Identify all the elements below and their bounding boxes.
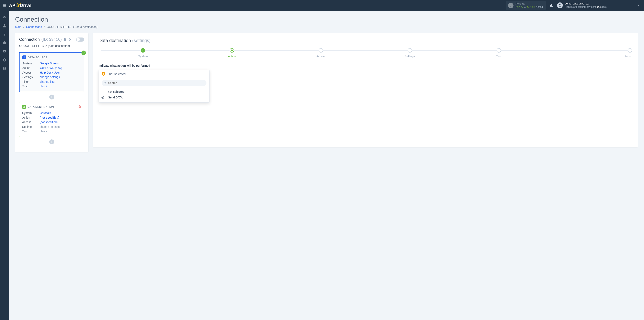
breadcrumb: Main / Connections / GOOGLE SHEETS -> (d… bbox=[15, 25, 638, 29]
sidebar-item-help[interactable] bbox=[0, 64, 9, 73]
option-send-data[interactable]: Send DATA bbox=[99, 95, 209, 100]
sidebar bbox=[0, 11, 9, 320]
user-circle-icon bbox=[3, 58, 6, 62]
breadcrumb-connections[interactable]: Connections bbox=[26, 25, 42, 29]
actions-of: of bbox=[524, 6, 526, 9]
stepper-track bbox=[101, 50, 630, 51]
step-label: Settings bbox=[405, 55, 415, 58]
sidebar-item-connections[interactable] bbox=[0, 22, 9, 30]
add-source-button[interactable]: + bbox=[49, 95, 54, 100]
k: Settings bbox=[22, 125, 40, 129]
step-circle-active bbox=[230, 48, 234, 53]
dest-row-access: Access(not specified) bbox=[22, 120, 81, 124]
source-title: 1 DATA SOURCE bbox=[22, 56, 81, 59]
step-circle bbox=[408, 48, 412, 53]
add-destination-button[interactable]: + bbox=[49, 139, 54, 144]
select-search-wrap bbox=[99, 78, 209, 88]
settings-title-sub: (settings) bbox=[132, 38, 150, 43]
check-badge bbox=[82, 51, 86, 55]
step-circle bbox=[496, 48, 501, 53]
k: Filter bbox=[22, 80, 40, 84]
k: Test bbox=[22, 129, 40, 134]
sidebar-item-home[interactable] bbox=[0, 13, 9, 22]
dest-system-link[interactable]: Corezoid bbox=[40, 111, 51, 115]
source-row-access: AccessHelp Desk User bbox=[22, 70, 81, 75]
info-icon: i bbox=[508, 3, 514, 8]
option-not-selected[interactable]: - not selected - bbox=[99, 89, 209, 95]
chevron-up-icon bbox=[204, 72, 206, 75]
action-form-label: Indicate what action will be performed bbox=[98, 64, 632, 67]
check-icon bbox=[142, 49, 144, 52]
source-system-link[interactable]: Google Sheets bbox=[40, 61, 59, 66]
dest-row-action: Action(not specified) bbox=[22, 115, 81, 120]
sidebar-item-video[interactable] bbox=[0, 47, 9, 56]
breadcrumb-sep: / bbox=[44, 25, 45, 29]
user-text: demo_apix-drive_s2 Plan |Start| left unt… bbox=[565, 2, 606, 9]
dollar-icon bbox=[3, 33, 6, 36]
breadcrumb-main[interactable]: Main bbox=[15, 25, 21, 29]
main: Connection Main / Connections / GOOGLE S… bbox=[9, 11, 644, 320]
logo-drive: Drive bbox=[20, 3, 32, 8]
question-icon bbox=[3, 67, 6, 70]
source-filter-link[interactable]: change filter bbox=[40, 80, 56, 84]
home-icon bbox=[3, 15, 6, 19]
step-circle bbox=[319, 48, 323, 53]
source-row-system: SystemGoogle Sheets bbox=[22, 61, 81, 66]
user-menu[interactable]: demo_apix-drive_s2 Plan |Start| left unt… bbox=[557, 2, 640, 9]
user-icon bbox=[558, 4, 562, 7]
enable-toggle[interactable] bbox=[76, 38, 84, 42]
source-row-settings: Settingschange settings bbox=[22, 75, 81, 79]
source-action-link[interactable]: Get ROWS (new) bbox=[40, 66, 62, 70]
breadcrumb-current: GOOGLE SHEETS -> (data destination) bbox=[47, 25, 98, 29]
sidebar-item-billing[interactable] bbox=[0, 30, 9, 39]
step-finish[interactable]: Finish bbox=[543, 48, 632, 58]
hamburger-icon bbox=[2, 4, 6, 8]
step-test[interactable]: Test bbox=[454, 48, 543, 58]
step-settings[interactable]: Settings bbox=[365, 48, 454, 58]
dest-title-text: DATA DESTINATION bbox=[28, 105, 54, 108]
k: Access bbox=[22, 120, 40, 124]
bell-icon[interactable] bbox=[549, 4, 554, 8]
dest-row-system: SystemCorezoid bbox=[22, 111, 81, 115]
gear-icon[interactable] bbox=[68, 38, 72, 41]
dest-access-link[interactable]: (not specified) bbox=[40, 120, 58, 124]
data-source-block[interactable]: 1 DATA SOURCE SystemGoogle Sheets Action… bbox=[19, 52, 84, 92]
actions-text: Actions: 25'177 of 50'000 (50%) bbox=[516, 2, 543, 9]
actions-label: Actions: bbox=[516, 2, 543, 6]
k: Settings bbox=[22, 75, 40, 79]
sidebar-item-account[interactable] bbox=[0, 56, 9, 64]
connection-id: (ID: 39416) bbox=[41, 37, 62, 42]
document-icon[interactable] bbox=[63, 38, 66, 41]
plan-suffix: days bbox=[601, 6, 606, 8]
trash-icon[interactable] bbox=[78, 105, 81, 108]
action-select: ! - not selected - - not selected - Send… bbox=[98, 70, 210, 103]
chevron-down-icon bbox=[637, 4, 640, 7]
data-destination-block[interactable]: 2 DATA DESTINATION SystemCorezoid Action… bbox=[19, 102, 84, 137]
plan-days: 344 bbox=[596, 6, 601, 8]
source-title-text: DATA SOURCE bbox=[28, 56, 47, 59]
step-circle bbox=[628, 48, 632, 53]
play-circle-icon bbox=[101, 96, 104, 99]
settings-title-main: Data destination bbox=[98, 38, 131, 43]
youtube-icon bbox=[3, 50, 6, 53]
menu-toggle[interactable] bbox=[0, 0, 9, 11]
dest-action-link[interactable]: (not specified) bbox=[40, 115, 59, 120]
source-badge: 1 bbox=[22, 56, 26, 59]
logo-api: API bbox=[9, 3, 17, 8]
step-system[interactable]: System bbox=[98, 48, 188, 58]
check-icon bbox=[82, 52, 85, 54]
step-access[interactable]: Access bbox=[276, 48, 366, 58]
sidebar-item-toolbox[interactable] bbox=[0, 39, 9, 47]
logo[interactable]: API X Drive bbox=[9, 2, 32, 9]
select-header[interactable]: ! - not selected - bbox=[99, 70, 209, 78]
source-access-link[interactable]: Help Desk User bbox=[40, 70, 60, 75]
actions-counter[interactable]: i Actions: 25'177 of 50'000 (50%) bbox=[506, 1, 546, 10]
select-search-input[interactable] bbox=[102, 80, 206, 86]
step-action[interactable]: Action bbox=[188, 48, 276, 58]
page-title: Connection bbox=[15, 16, 638, 23]
source-settings-link[interactable]: change settings bbox=[40, 75, 60, 79]
actions-used: 25'177 bbox=[516, 6, 524, 9]
source-test-link[interactable]: check bbox=[40, 84, 48, 89]
source-row-action: ActionGet ROWS (new) bbox=[22, 66, 81, 70]
k: System bbox=[22, 111, 40, 115]
